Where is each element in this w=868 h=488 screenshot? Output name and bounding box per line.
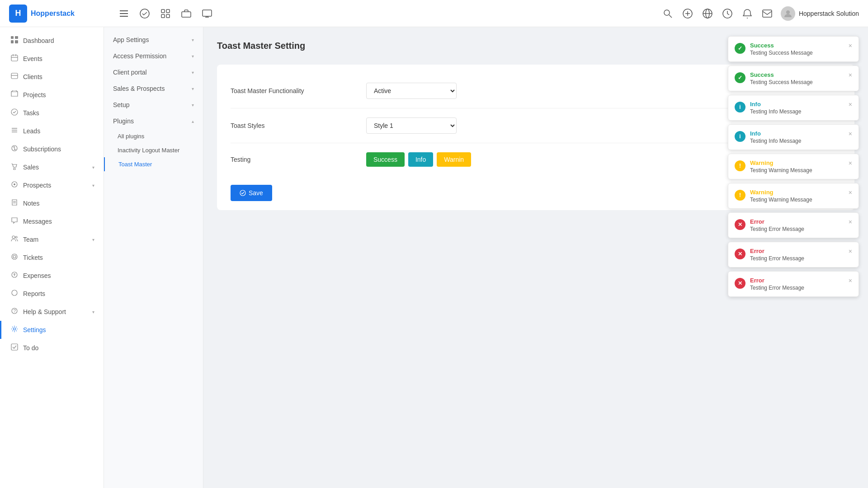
sidebar-item-sales[interactable]: Sales ▾ (0, 158, 104, 176)
sidebar-item-events[interactable]: Events (0, 50, 104, 68)
sidebar-item-messages[interactable]: Messages (0, 212, 104, 230)
toast-body-3: Info Testing Info Message (750, 130, 844, 144)
sidebar-label-notes: Notes (23, 200, 40, 207)
sidebar-item-tickets[interactable]: Tickets (0, 249, 104, 267)
sidebar-label-team: Team (23, 236, 38, 243)
sales-prospects-chevron: ▾ (192, 86, 194, 91)
grid-icon[interactable] (159, 7, 172, 20)
sub-label-plugins: Plugins (113, 117, 134, 125)
sub-item-plugins[interactable]: Plugins ▴ (104, 113, 203, 129)
toast-close-0[interactable]: × (849, 42, 852, 49)
svg-rect-28 (11, 55, 18, 61)
functionality-label: Toast Master Functionality (231, 87, 366, 94)
svg-rect-32 (11, 73, 18, 79)
toast-5: ! Warning Testing Warning Message × (728, 183, 859, 209)
sidebar-item-help[interactable]: ? Help & Support ▾ (0, 303, 104, 321)
sub-item-sales-prospects[interactable]: Sales & Prospects ▾ (104, 80, 203, 97)
toast-title-3: Info (750, 130, 844, 137)
sidebar-item-dashboard[interactable]: Dashboard (0, 32, 104, 50)
sidebar-item-reports[interactable]: Reports (0, 285, 104, 303)
toast-close-3[interactable]: × (849, 130, 852, 137)
mail-icon[interactable] (761, 7, 774, 20)
test-warning-button[interactable]: Warnin (437, 152, 471, 167)
sidebar-item-expenses[interactable]: Expenses (0, 267, 104, 285)
svg-point-60 (240, 190, 245, 196)
access-permission-chevron: ▾ (192, 54, 194, 59)
help-icon: ? (10, 307, 19, 316)
svg-point-23 (786, 10, 790, 14)
toast-title-1: Success (750, 71, 844, 78)
sidebar-item-projects[interactable]: Projects (0, 86, 104, 104)
sidebar-label-settings: Settings (23, 326, 46, 333)
toast-close-4[interactable]: × (849, 160, 852, 167)
svg-point-42 (14, 168, 15, 170)
sidebar-label-prospects: Prospects (23, 182, 51, 189)
sub-item-client-portal[interactable]: Client portal ▾ (104, 64, 203, 80)
sub-child-all-plugins[interactable]: All plugins (104, 129, 203, 143)
sub-child-inactivity-logout[interactable]: Inactivity Logout Master (104, 143, 203, 157)
sidebar-label-clients: Clients (23, 73, 42, 80)
svg-rect-8 (182, 12, 191, 17)
svg-rect-1 (120, 13, 128, 14)
sidebar-item-settings[interactable]: Settings (0, 321, 104, 339)
toast-container: ✓ Success Testing Success Message × ✓ Su… (728, 36, 859, 297)
toast-close-8[interactable]: × (849, 277, 852, 284)
testing-label: Testing (231, 156, 366, 163)
test-success-button[interactable]: Success (366, 152, 405, 167)
toast-body-6: Error Testing Error Message (750, 218, 844, 232)
plugins-chevron: ▴ (192, 119, 194, 124)
test-info-button[interactable]: Info (408, 152, 433, 167)
sub-label-app-settings: App Settings (113, 36, 149, 43)
globe-icon[interactable] (701, 7, 714, 20)
svg-text:?: ? (14, 309, 16, 314)
sub-child-toast-master[interactable]: Toast Master (104, 157, 203, 171)
search-icon[interactable] (661, 7, 674, 20)
svg-rect-22 (763, 10, 772, 17)
svg-point-58 (14, 328, 16, 330)
sidebar-item-subscriptions[interactable]: Subscriptions (0, 140, 104, 158)
svg-rect-27 (15, 40, 18, 43)
toast-close-5[interactable]: × (849, 189, 852, 196)
menu-icon[interactable] (118, 7, 130, 20)
user-name: Hopperstack Solution (799, 10, 859, 17)
bell-icon[interactable] (741, 7, 754, 20)
svg-point-34 (11, 109, 18, 115)
sub-item-access-permission[interactable]: Access Permission ▾ (104, 48, 203, 64)
briefcase-icon[interactable] (180, 7, 193, 20)
toast-close-7[interactable]: × (849, 248, 852, 255)
svg-line-43 (12, 164, 13, 164)
sidebar-label-tasks: Tasks (23, 109, 39, 117)
sidebar-label-sales: Sales (23, 164, 39, 171)
sidebar-item-leads[interactable]: Leads (0, 122, 104, 140)
toast-close-1[interactable]: × (849, 71, 852, 79)
styles-select[interactable]: Style 1 Style 2 Style 3 (366, 117, 457, 134)
sub-item-setup[interactable]: Setup ▾ (104, 97, 203, 113)
toast-0: ✓ Success Testing Success Message × (728, 36, 859, 62)
toast-close-6[interactable]: × (849, 218, 852, 225)
check-circle-icon[interactable] (138, 7, 151, 20)
svg-line-13 (669, 15, 672, 18)
sidebar-item-tasks[interactable]: Tasks (0, 104, 104, 122)
svg-point-49 (15, 236, 17, 238)
sidebar-item-clients[interactable]: Clients (0, 68, 104, 86)
save-button[interactable]: Save (231, 185, 272, 201)
toast-title-2: Info (750, 101, 844, 108)
prospects-icon (10, 181, 19, 190)
sidebar-item-team[interactable]: Team ▾ (0, 230, 104, 249)
monitor-icon[interactable] (201, 7, 213, 20)
plus-circle-icon[interactable] (681, 7, 694, 20)
toast-close-2[interactable]: × (849, 101, 852, 108)
functionality-select[interactable]: Active Inactive (366, 83, 457, 99)
sub-item-app-settings[interactable]: App Settings ▾ (104, 32, 203, 48)
clock-icon[interactable] (721, 7, 734, 20)
sidebar-item-todo[interactable]: To do (0, 339, 104, 357)
sidebar-label-subscriptions: Subscriptions (23, 145, 61, 153)
toast-8: ✕ Error Testing Error Message × (728, 271, 859, 297)
user-area[interactable]: Hopperstack Solution (781, 6, 859, 21)
toast-icon-4: ! (735, 160, 745, 171)
sidebar-item-notes[interactable]: Notes (0, 194, 104, 212)
sales-icon (10, 163, 19, 172)
sub-label-setup: Setup (113, 101, 130, 108)
save-icon (240, 190, 246, 196)
sidebar-item-prospects[interactable]: Prospects ▾ (0, 176, 104, 194)
